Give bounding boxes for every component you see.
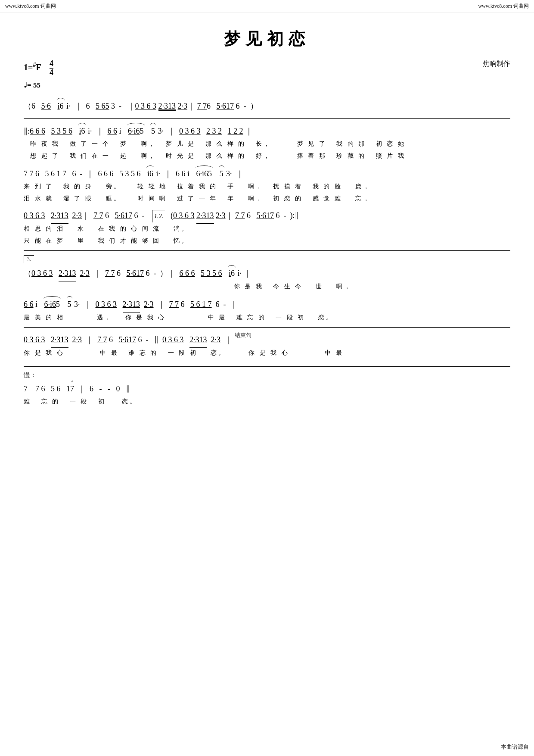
verse-line-2-lyric2: 泪 水 就 湿 了 眼 眶。 时 间 啊 过 了 一 年 年 啊， 初 恋 的 … (24, 194, 510, 204)
intro-notation: （6 5·6 i6 i· ｜ 6 5 65 3 - ｜0 3 6 3 2·313… (24, 98, 510, 114)
verse-line-1-lyric2: 想 起 了 我 们 在 一 起 啊， 时 光 是 那 么 样 的 好， 捧 着 … (24, 151, 510, 161)
section3-block: 3. （0 3 6 3 2·313 2·3 ｜ 7 7 6 5·617 6 - … (24, 255, 510, 323)
verse-line-3-lyric2: 只 能 在 梦 里 我 们 才 能 够 回 忆。 (24, 236, 510, 246)
composer-info: 焦响制作 (483, 59, 510, 69)
song-title: 梦见初恋 (24, 28, 510, 50)
key-value: 1=#F (24, 62, 41, 72)
verse-line-1-lyric1: 昨 夜 我 做 了 一 个 梦 啊， 梦 儿 是 那 么 样 的 长， 梦 见 … (24, 139, 510, 149)
section3-line1-lyric: 你 是 我 今 生 今 世 啊， (24, 281, 510, 292)
meta-section: 1=#F 4 4 ♩= 55 焦响制作 (24, 59, 510, 92)
time-sig: 4 4 (50, 62, 53, 72)
top-bar: www.ktvc8.com 词曲网 www.ktvc8.com 词曲网 (0, 0, 534, 13)
page-wrapper: www.ktvc8.com 词曲网 www.ktvc8.com 词曲网 梦见初恋… (0, 0, 534, 756)
watermark-top-right: www.ktvc8.com 词曲网 (478, 3, 529, 10)
watermark-top-left: www.ktvc8.com 词曲网 (5, 3, 56, 10)
key-line: 1=#F 4 4 (24, 59, 53, 77)
verse-line-3-lyric1: 相 思 的 泪 水 在 我 的 心 间 流 淌。 (24, 224, 510, 234)
slow-line-notation: 7 7 6 5 6 17^ ｜ 6 - - 0 ‖ (24, 381, 510, 397)
bottom-credit: 本曲谱源自 (501, 743, 529, 751)
section3-line1-notation: （0 3 6 3 2·313 2·3 ｜ 7 7 6 5·617 6 - ）｜ … (24, 265, 510, 281)
content-area: 梦见初恋 1=#F 4 4 ♩= 55 焦响制作 (0, 13, 534, 424)
verse-line-1-notation: ‖:6 6 6 5 3 5 6 i6 i· ｜ 6 6 i 6·i65 5 3·… (24, 123, 510, 139)
ending-block: 0 3 6 3 2·313 2·3 ｜ 7 7 6 5·617 6 - ‖ 0 … (24, 332, 510, 362)
verse-line-2-lyric1: 来 到 了 我 的 身 旁。 轻 轻 地 拉 着 我 的 手 啊， 抚 摸 着 … (24, 181, 510, 192)
ending-label: 结束句 (235, 331, 251, 339)
slow-block: 慢： 7 7 6 5 6 17^ ｜ 6 - - 0 ‖ 难 忘 的 一 段 初… (24, 371, 510, 407)
slow-line-lyric: 难 忘 的 一 段 初 恋。 (24, 397, 510, 407)
slow-label: 慢： (24, 371, 510, 379)
intro-block: （6 5·6 i6 i· ｜ 6 5 65 3 - ｜0 3 6 3 2·313… (24, 98, 510, 114)
key-info: 1=#F 4 4 ♩= 55 (24, 59, 53, 92)
section3-line2-lyric: 最 美 的 相 遇， 你 是 我 心 中 最 难 忘 的 一 段 初 恋。 (24, 312, 510, 323)
divider-1 (24, 118, 510, 119)
divider-4 (24, 366, 510, 367)
verse-line-3-notation: 0 3 6 3 2·313 2·3｜ 7 7 6 5·617 6 - 1.2. … (24, 208, 510, 224)
verse-block-1: ‖:6 6 6 5 3 5 6 i6 i· ｜ 6 6 i 6·i65 5 3·… (24, 123, 510, 246)
divider-2 (24, 250, 510, 251)
ending-1: 1.2. (152, 210, 165, 222)
section3-line2-notation: 6 6 i 6·i65 5 3· ｜ 0 3 6 3 2·313 2·3 ｜ 7… (24, 296, 510, 312)
ending-line1-notation: 0 3 6 3 2·313 2·3 ｜ 7 7 6 5·617 6 - ‖ 0 … (24, 332, 510, 348)
section3-label: 3. (24, 255, 34, 263)
tempo-line: ♩= 55 (24, 79, 53, 92)
ending-line1-lyric: 你 是 我 心 中 最 难 忘 的 一 段 初 恋。 你 是 我 心 中 最 (24, 348, 510, 358)
divider-3 (24, 327, 510, 328)
verse-line-2-notation: 7 7 6 5 6 1 7 6 - ｜ 6 6 6 5 3 5 6 i6 i· … (24, 166, 510, 181)
